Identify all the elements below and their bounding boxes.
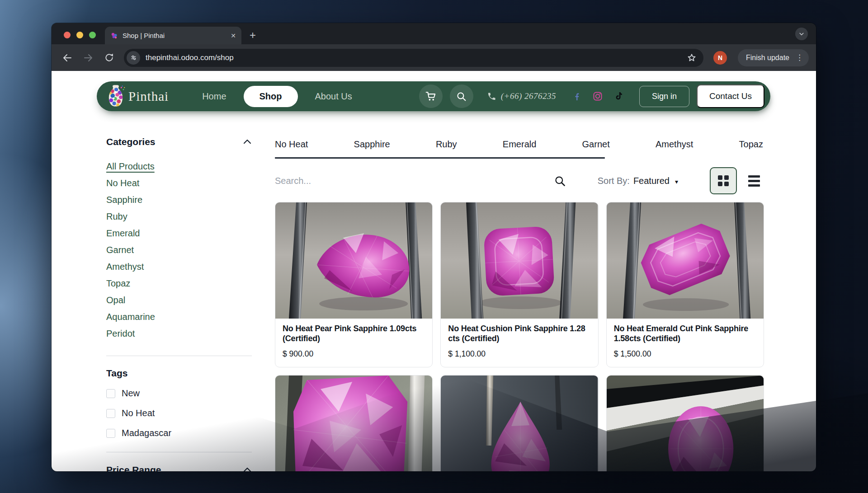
search-button[interactable] xyxy=(450,85,473,108)
list-view-button[interactable] xyxy=(744,167,764,194)
tags-header: Tags xyxy=(106,368,252,379)
search-input[interactable] xyxy=(275,176,554,186)
category-sapphire[interactable]: Sapphire xyxy=(106,192,142,208)
categories-title: Categories xyxy=(106,136,156,147)
category-amethyst[interactable]: Amethyst xyxy=(106,258,144,275)
product-card[interactable] xyxy=(606,375,764,471)
chevron-down-icon xyxy=(797,30,806,38)
instagram-icon[interactable] xyxy=(592,91,603,102)
grid-view-button[interactable] xyxy=(710,167,737,194)
product-info: No Heat Emerald Cut Pink Sapphire 1.58ct… xyxy=(607,319,764,367)
forward-button[interactable] xyxy=(80,49,97,66)
browser-menu-icon[interactable]: ⋮ xyxy=(794,53,805,62)
chevron-up-icon[interactable] xyxy=(243,467,252,471)
cart-button[interactable] xyxy=(419,85,443,108)
close-window-button[interactable] xyxy=(64,32,71,38)
grid-icon xyxy=(718,175,729,186)
category-aquamarine[interactable]: Aquamarine xyxy=(106,309,155,325)
cart-icon xyxy=(425,90,437,102)
tab-title: Shop | Pinthai xyxy=(123,32,226,39)
product-title: No Heat Cushion Pink Sapphire 1.28 cts (… xyxy=(448,324,590,343)
product-image-pear-sapphire xyxy=(275,202,432,319)
tag-label: No Heat xyxy=(122,408,155,418)
product-image-oval-sapphire xyxy=(607,376,764,471)
search-submit-icon[interactable] xyxy=(554,175,566,187)
browser-toolbar: thepinthai.odoo.com/shop N Finish update… xyxy=(52,44,816,71)
product-card[interactable]: No Heat Emerald Cut Pink Sapphire 1.58ct… xyxy=(606,202,764,367)
nav-link-home[interactable]: Home xyxy=(202,91,226,102)
sign-in-button[interactable]: Sign in xyxy=(639,86,689,107)
category-emerald[interactable]: Emerald xyxy=(106,225,140,242)
category-garnet[interactable]: Garnet xyxy=(106,242,134,258)
tag-checkbox-madagascar[interactable] xyxy=(106,429,115,438)
profile-avatar[interactable]: N xyxy=(713,51,727,65)
sort-by-dropdown[interactable]: Sort By: Featured ▾ xyxy=(598,176,678,186)
contact-us-button[interactable]: Contact Us xyxy=(697,85,764,108)
category-peridot[interactable]: Peridot xyxy=(106,325,135,342)
category-topaz[interactable]: Topaz xyxy=(106,275,130,292)
tab-ruby[interactable]: Ruby xyxy=(436,139,457,150)
tag-checkbox-new[interactable] xyxy=(106,389,115,398)
tab-search-button[interactable] xyxy=(795,28,808,40)
tag-checkbox-no-heat[interactable] xyxy=(106,409,115,418)
product-title: No Heat Emerald Cut Pink Sapphire 1.58ct… xyxy=(614,324,756,343)
pinthai-logo-icon xyxy=(105,85,127,108)
tab-garnet[interactable]: Garnet xyxy=(582,139,610,150)
tiktok-icon[interactable] xyxy=(613,91,624,102)
product-card[interactable] xyxy=(440,375,598,471)
price-range-title: Price Range xyxy=(106,465,161,471)
search-icon xyxy=(456,91,467,102)
shop-category-tabs: No Heat Sapphire Ruby Emerald Garnet Ame… xyxy=(275,136,764,159)
category-no-heat[interactable]: No Heat xyxy=(106,175,139,192)
tags-title: Tags xyxy=(106,368,127,379)
bookmark-star-icon[interactable] xyxy=(686,52,697,63)
product-info: No Heat Cushion Pink Sapphire 1.28 cts (… xyxy=(441,319,598,367)
facebook-icon[interactable] xyxy=(571,91,582,102)
zoom-window-button[interactable] xyxy=(89,32,96,38)
url-bar[interactable]: thepinthai.odoo.com/shop xyxy=(124,49,703,67)
product-card[interactable]: No Heat Pear Pink Sapphire 1.09cts (Cert… xyxy=(275,202,433,367)
tab-emerald[interactable]: Emerald xyxy=(503,139,536,150)
tag-label: New xyxy=(122,388,140,399)
finish-update-button[interactable]: Finish update ⋮ xyxy=(738,49,809,66)
search-sort-row: Sort By: Featured ▾ xyxy=(275,170,764,191)
browser-window: Shop | Pinthai ✕ + xyxy=(52,23,816,471)
tag-label: Madagascar xyxy=(122,428,171,438)
tab-topaz[interactable]: Topaz xyxy=(739,139,763,150)
tabs-underline xyxy=(275,157,605,159)
browser-tabstrip: Shop | Pinthai ✕ + xyxy=(52,23,816,44)
page-content: Categories All Products No Heat Sapphire… xyxy=(52,111,816,471)
shop-page: Pinthai Home Shop About Us xyxy=(52,71,816,471)
url-text[interactable]: thepinthai.odoo.com/shop xyxy=(146,53,681,62)
favicon-icon xyxy=(110,32,118,39)
nav-link-shop[interactable]: Shop xyxy=(244,86,298,107)
product-card[interactable]: No Heat Cushion Pink Sapphire 1.28 cts (… xyxy=(440,202,598,367)
site-navbar: Pinthai Home Shop About Us xyxy=(97,81,770,111)
category-all-products[interactable]: All Products xyxy=(106,158,155,175)
product-card[interactable] xyxy=(275,375,433,471)
brand-logo[interactable]: Pinthai xyxy=(105,85,169,108)
chevron-up-icon[interactable] xyxy=(243,139,252,145)
category-ruby[interactable]: Ruby xyxy=(106,208,127,225)
category-opal[interactable]: Opal xyxy=(106,292,125,309)
tab-amethyst[interactable]: Amethyst xyxy=(656,139,693,150)
phone-link[interactable]: (+66) 2676235 xyxy=(487,91,556,101)
filters-sidebar: Categories All Products No Heat Sapphire… xyxy=(106,136,252,471)
product-image-emerald-cut-sapphire xyxy=(607,202,764,319)
nav-links: Home Shop About Us xyxy=(202,86,352,107)
phone-icon xyxy=(487,92,496,101)
tag-row-no-heat: No Heat xyxy=(106,408,252,418)
products-main: No Heat Sapphire Ruby Emerald Garnet Ame… xyxy=(275,136,764,471)
divider xyxy=(106,356,252,356)
site-settings-icon[interactable] xyxy=(127,51,140,65)
new-tab-button[interactable]: + xyxy=(250,29,256,42)
categories-header: Categories xyxy=(106,136,252,147)
minimize-window-button[interactable] xyxy=(76,32,83,38)
reload-button[interactable] xyxy=(100,49,118,66)
nav-link-about[interactable]: About Us xyxy=(315,91,352,102)
back-button[interactable] xyxy=(59,49,76,66)
tab-no-heat[interactable]: No Heat xyxy=(275,139,308,150)
browser-tab[interactable]: Shop | Pinthai ✕ xyxy=(105,27,241,44)
tab-sapphire[interactable]: Sapphire xyxy=(354,139,390,150)
close-tab-icon[interactable]: ✕ xyxy=(231,32,236,39)
